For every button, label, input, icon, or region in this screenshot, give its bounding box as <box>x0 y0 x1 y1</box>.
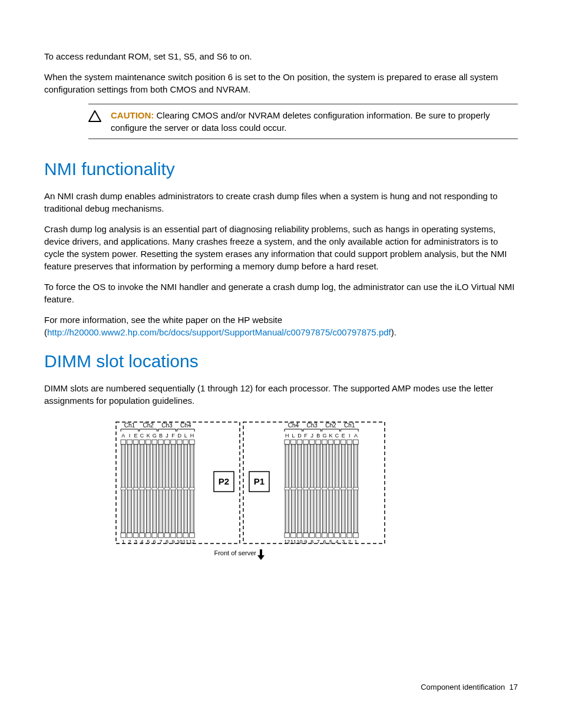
svg-rect-22 <box>133 533 138 538</box>
proc-p2-label: P2 <box>219 476 229 486</box>
svg-text:10: 10 <box>177 539 183 545</box>
svg-text:4: 4 <box>336 539 339 545</box>
svg-rect-113 <box>316 440 321 444</box>
svg-rect-25 <box>140 440 145 444</box>
svg-text:3: 3 <box>342 539 345 545</box>
dimm-diagram: Ch1Ch2Ch3Ch4A1I2E3C4K5G6B7J8F9D10L11H12 … <box>115 419 518 569</box>
svg-text:11: 11 <box>290 539 296 545</box>
svg-rect-7 <box>121 440 126 444</box>
footer-section: Component identification <box>421 683 505 691</box>
svg-rect-133 <box>335 487 340 490</box>
svg-rect-10 <box>121 533 126 538</box>
svg-rect-145 <box>347 487 352 490</box>
svg-text:1: 1 <box>122 539 125 545</box>
svg-text:3: 3 <box>134 539 137 545</box>
svg-rect-46 <box>158 533 164 538</box>
svg-text:12: 12 <box>284 539 290 545</box>
svg-text:7: 7 <box>317 539 320 545</box>
caution-icon <box>88 110 101 125</box>
svg-text:A: A <box>354 433 358 439</box>
svg-text:Ch3: Ch3 <box>161 422 173 429</box>
svg-rect-67 <box>183 440 189 444</box>
svg-text:9: 9 <box>305 539 308 545</box>
svg-rect-49 <box>164 440 170 444</box>
svg-rect-55 <box>171 440 176 444</box>
svg-rect-110 <box>309 533 315 538</box>
svg-rect-45 <box>158 487 164 490</box>
intro-p2: When the system maintenance switch posit… <box>44 71 518 95</box>
svg-rect-9 <box>121 487 126 490</box>
svg-rect-75 <box>190 487 195 490</box>
svg-rect-140 <box>340 533 346 538</box>
svg-rect-13 <box>127 440 133 444</box>
svg-text:6: 6 <box>153 539 156 545</box>
svg-rect-85 <box>285 487 290 490</box>
svg-text:F: F <box>304 433 308 439</box>
svg-text:6: 6 <box>323 539 326 545</box>
svg-rect-146 <box>347 533 352 538</box>
svg-text:E: E <box>342 433 345 439</box>
svg-rect-51 <box>164 487 170 490</box>
svg-rect-83 <box>285 440 290 444</box>
svg-text:Ch2: Ch2 <box>325 422 336 429</box>
nmi-p4: For more information, see the white pape… <box>44 314 518 338</box>
svg-text:C: C <box>335 433 339 439</box>
svg-rect-156 <box>260 549 262 555</box>
svg-text:12: 12 <box>189 539 195 545</box>
svg-rect-149 <box>353 440 359 444</box>
svg-rect-127 <box>328 487 333 490</box>
svg-rect-89 <box>291 440 296 444</box>
proc-p1-label: P1 <box>254 476 265 486</box>
svg-rect-16 <box>127 533 133 538</box>
svg-text:5: 5 <box>147 539 150 545</box>
svg-text:A: A <box>121 433 125 439</box>
svg-rect-139 <box>340 487 346 490</box>
caution-text: CAUTION: Clearing CMOS and/or NVRAM dele… <box>111 109 518 134</box>
svg-text:4: 4 <box>141 539 144 545</box>
svg-rect-125 <box>328 440 333 444</box>
svg-text:Ch4: Ch4 <box>288 422 299 429</box>
svg-text:Ch3: Ch3 <box>307 422 318 429</box>
svg-rect-122 <box>322 533 328 538</box>
svg-text:Ch1: Ch1 <box>124 422 135 429</box>
svg-text:L: L <box>184 433 187 439</box>
svg-rect-116 <box>316 533 321 538</box>
svg-text:B: B <box>316 433 320 439</box>
dimm-p1: DIMM slots are numbered sequentially (1 … <box>44 382 518 407</box>
svg-rect-143 <box>347 440 352 444</box>
nmi-p2: Crash dump log analysis is an essential … <box>44 223 518 272</box>
nmi-p3: To force the OS to invoke the NMI handle… <box>44 281 518 305</box>
svg-rect-109 <box>309 487 315 490</box>
svg-text:Ch1: Ch1 <box>344 422 355 429</box>
svg-rect-119 <box>322 440 328 444</box>
svg-rect-19 <box>133 440 138 444</box>
svg-rect-128 <box>328 533 333 538</box>
svg-rect-131 <box>335 440 340 444</box>
svg-text:K: K <box>147 433 150 439</box>
caution-label: CAUTION: <box>111 110 154 120</box>
svg-rect-57 <box>171 487 176 490</box>
svg-text:D: D <box>297 433 302 439</box>
svg-text:E: E <box>134 433 137 439</box>
svg-text:7: 7 <box>159 539 162 545</box>
svg-text:B: B <box>159 433 163 439</box>
svg-rect-21 <box>133 487 138 490</box>
svg-text:L: L <box>292 433 295 439</box>
svg-rect-151 <box>353 487 359 490</box>
svg-rect-31 <box>146 440 151 444</box>
svg-text:1: 1 <box>354 539 357 545</box>
svg-rect-15 <box>127 487 133 490</box>
svg-rect-70 <box>183 533 189 538</box>
svg-rect-76 <box>190 533 195 538</box>
caution-body: Clearing CMOS and/or NVRAM deletes confi… <box>111 110 490 133</box>
svg-rect-134 <box>335 533 340 538</box>
svg-text:9: 9 <box>172 539 175 545</box>
front-of-server-label: Front of server <box>214 549 256 556</box>
svg-text:10: 10 <box>296 539 302 545</box>
svg-rect-52 <box>164 533 170 538</box>
svg-rect-33 <box>146 487 151 490</box>
svg-text:J: J <box>166 433 168 439</box>
nmi-whitepaper-link[interactable]: http://h20000.www2.hp.com/bc/docs/suppor… <box>47 327 391 337</box>
svg-rect-63 <box>177 487 182 490</box>
svg-rect-101 <box>303 440 309 444</box>
